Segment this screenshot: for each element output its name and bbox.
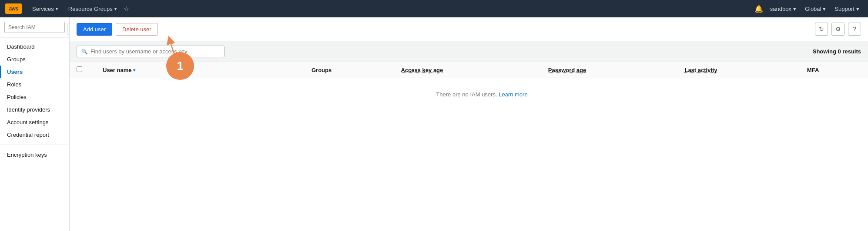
services-menu[interactable]: Services ▾ bbox=[29, 4, 61, 14]
sidebar-item-groups[interactable]: Groups bbox=[0, 53, 69, 66]
global-label: Global bbox=[805, 6, 821, 12]
users-search-input[interactable] bbox=[90, 48, 220, 55]
sidebar-item-policies[interactable]: Policies bbox=[0, 91, 69, 103]
sandbox-chevron-icon: ▾ bbox=[793, 6, 796, 12]
search-icon: 🔍 bbox=[81, 49, 88, 55]
resource-groups-label: Resource Groups bbox=[68, 6, 113, 12]
last-activity-col-label: Last activity bbox=[684, 67, 717, 73]
support-menu[interactable]: Support ▾ bbox=[831, 4, 863, 14]
global-menu[interactable]: Global ▾ bbox=[801, 4, 830, 14]
access-key-age-col-label: Access key age bbox=[401, 67, 443, 73]
resource-groups-menu[interactable]: Resource Groups ▾ bbox=[65, 4, 120, 14]
search-iam-input[interactable] bbox=[4, 22, 65, 33]
table-header-checkbox-col bbox=[70, 62, 96, 78]
table-header-last-activity: Last activity bbox=[677, 62, 800, 78]
support-chevron-icon: ▾ bbox=[856, 6, 859, 12]
refresh-button[interactable]: ↻ bbox=[815, 23, 828, 36]
users-toolbar: Add user Delete user ↻ ⚙ ? bbox=[70, 17, 868, 41]
password-age-col-label: Password age bbox=[548, 67, 586, 73]
delete-user-button[interactable]: Delete user bbox=[116, 23, 158, 36]
sidebar-item-dashboard[interactable]: Dashboard bbox=[0, 40, 69, 53]
table-header-password-age: Password age bbox=[541, 62, 678, 78]
sidebar-navigation: Dashboard Groups Users Roles Policies Id… bbox=[0, 38, 69, 164]
mfa-col-label: MFA bbox=[807, 67, 819, 73]
notifications-bell-icon[interactable]: 🔔 bbox=[753, 3, 765, 15]
services-chevron-icon: ▾ bbox=[56, 7, 58, 11]
help-button[interactable]: ? bbox=[848, 23, 861, 36]
sidebar-item-encryption-keys[interactable]: Encryption keys bbox=[0, 148, 69, 161]
table-header-access-key-age: Access key age bbox=[394, 62, 541, 78]
sidebar-item-users[interactable]: Users bbox=[0, 66, 69, 78]
users-search-field: 🔍 bbox=[77, 46, 225, 57]
aws-logo[interactable]: aws bbox=[5, 3, 22, 14]
sort-arrow-icon: ▾ bbox=[133, 68, 135, 73]
no-users-row: There are no IAM users. Learn more bbox=[70, 78, 868, 111]
sidebar-item-identity-providers[interactable]: Identity providers bbox=[0, 103, 69, 116]
add-user-button[interactable]: Add user bbox=[77, 23, 112, 36]
table-header-mfa: MFA bbox=[800, 62, 868, 78]
sidebar-item-credential-report[interactable]: Credential report bbox=[0, 129, 69, 141]
top-navigation: aws Services ▾ Resource Groups ▾ ☆ 🔔 san… bbox=[0, 0, 868, 17]
toolbar-right-icons: ↻ ⚙ ? bbox=[815, 23, 861, 36]
sidebar: ‹ Dashboard Groups Users Roles Policies … bbox=[0, 17, 70, 231]
main-layout: ‹ Dashboard Groups Users Roles Policies … bbox=[0, 17, 868, 231]
settings-gear-icon: ⚙ bbox=[835, 26, 841, 33]
global-chevron-icon: ▾ bbox=[823, 6, 826, 12]
aws-logo-text: aws bbox=[9, 6, 18, 12]
sidebar-item-account-settings[interactable]: Account settings bbox=[0, 116, 69, 129]
groups-col-label: Groups bbox=[312, 67, 332, 73]
sidebar-search-section bbox=[0, 17, 69, 38]
sandbox-label: sandbox bbox=[770, 6, 791, 12]
settings-button[interactable]: ⚙ bbox=[831, 23, 845, 36]
users-search-row: 🔍 Showing 0 results bbox=[70, 41, 868, 62]
select-all-checkbox[interactable] bbox=[77, 66, 82, 72]
no-users-message-text: There are no IAM users. bbox=[436, 91, 497, 98]
table-header: User name ▾ Groups Access key age Passwo… bbox=[70, 62, 868, 78]
resource-groups-chevron-icon: ▾ bbox=[114, 7, 117, 11]
table-header-groups: Groups bbox=[305, 62, 394, 78]
main-content: Add user Delete user ↻ ⚙ ? bbox=[70, 17, 868, 231]
results-count-label: Showing 0 results bbox=[813, 48, 861, 55]
support-label: Support bbox=[834, 6, 855, 12]
username-col-label: User name bbox=[103, 67, 131, 73]
favorites-star-icon[interactable]: ☆ bbox=[124, 5, 129, 12]
nav-right-section: 🔔 sandbox ▾ Global ▾ Support ▾ bbox=[753, 3, 863, 15]
sidebar-item-roles[interactable]: Roles bbox=[0, 78, 69, 91]
help-question-icon: ? bbox=[853, 26, 856, 33]
sidebar-divider bbox=[0, 145, 69, 145]
no-users-message-cell: There are no IAM users. Learn more bbox=[96, 78, 868, 111]
refresh-icon: ↻ bbox=[819, 26, 824, 33]
sandbox-menu[interactable]: sandbox ▾ bbox=[767, 4, 800, 14]
table-body: There are no IAM users. Learn more bbox=[70, 78, 868, 111]
users-table: User name ▾ Groups Access key age Passwo… bbox=[70, 62, 868, 111]
services-label: Services bbox=[32, 6, 54, 12]
table-header-username[interactable]: User name ▾ bbox=[96, 62, 305, 78]
learn-more-link[interactable]: Learn more bbox=[499, 91, 527, 98]
